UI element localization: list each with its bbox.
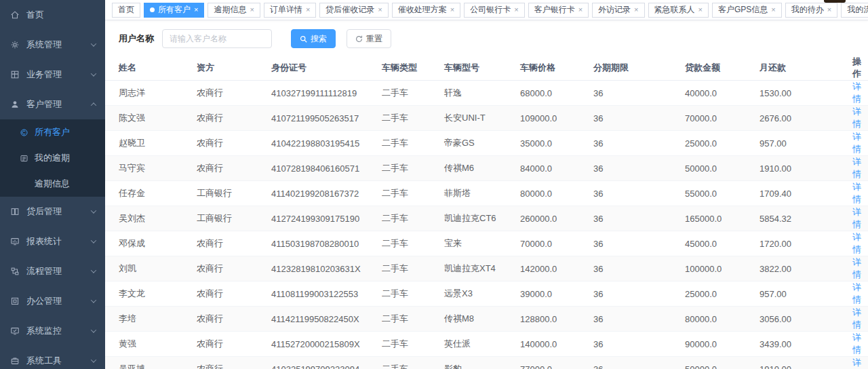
tab-8[interactable]: 外访记录 × [592,3,644,18]
tab-2[interactable]: 逾期信息 × [208,3,260,18]
detail-link[interactable]: 详情 [852,257,861,279]
close-icon[interactable]: × [578,6,583,14]
sidebar-item-label: 报表统计 [26,235,62,248]
detail-link[interactable]: 详情 [852,106,861,129]
tab-6[interactable]: 公司银行卡 × [464,3,524,18]
close-icon[interactable]: × [194,6,198,14]
tab-9[interactable]: 紧急联系人 × [648,3,709,18]
close-icon[interactable]: × [827,6,831,14]
cell: 5854.32 [760,206,844,231]
sidebar-item-6[interactable]: 流程管理 [0,256,105,286]
cell: 农商行 [197,131,271,156]
chevron-icon [91,41,96,46]
tab-7[interactable]: 客户银行卡 × [528,3,589,18]
sidebar-item-7[interactable]: 办公管理 [0,286,105,316]
detail-link[interactable]: 详情 [852,307,861,330]
cell: 邓保成 [105,231,197,256]
sidebar-item-4[interactable]: 贷后管理 [0,197,105,227]
cell: 165000.0 [685,206,760,231]
cell: 142000.0 [520,256,593,281]
close-icon[interactable]: × [634,6,638,14]
detail-link[interactable]: 详情 [852,332,861,355]
sidebar-item-8[interactable]: 系统监控 [0,316,105,346]
sidebar-subitem-1[interactable]: 我的逾期 [0,145,105,171]
cell: 35000.0 [520,131,593,156]
cell: 68000.0 [520,81,593,106]
chevron-icon [91,102,96,108]
cell: 50000.0 [685,357,760,369]
detail-link[interactable]: 详情 [852,282,861,305]
close-icon[interactable]: × [450,6,454,14]
cell: 70000.0 [685,106,760,131]
cell: 1910.00 [760,357,844,369]
reset-button[interactable]: 重置 [347,29,391,48]
sidebar-item-2[interactable]: 业务管理 [0,60,105,90]
detail-link[interactable]: 详情 [852,182,861,204]
tab-label: 逾期信息 [214,4,246,16]
search-icon [300,35,307,43]
cell: 41232819810203631X [271,256,382,281]
chevron-icon [91,267,96,273]
action-cell: 详情 [844,81,868,106]
cell: 李文龙 [105,281,197,307]
table-row: 黄强农商行41152720000215809X二手车英仕派140000.0369… [105,332,868,357]
cell: 411402199208167372 [271,181,382,206]
home-icon [9,9,20,20]
sidebar-subitem-2[interactable]: 逾期信息 [0,171,105,197]
action-cell: 详情 [844,181,868,206]
sidebar-item-9[interactable]: 系统工具 [0,346,105,369]
cell: 39000.0 [520,281,593,307]
tab-4[interactable]: 贷后催收记录 × [319,3,388,18]
cell: 农商行 [197,231,271,256]
search-button[interactable]: 搜索 [291,29,336,48]
tab-0[interactable]: 首页 [112,3,140,18]
close-icon[interactable]: × [698,6,703,14]
cell: 农商行 [197,156,271,181]
sidebar-item-label: 系统管理 [26,39,62,51]
cell: 410728198406160571 [271,156,382,181]
tab-1[interactable]: 所有客户 × [144,3,204,18]
close-icon[interactable]: × [514,6,518,14]
detail-link[interactable]: 详情 [852,207,861,229]
column-header-9: 操作 [844,56,868,81]
cell: 二手车 [382,256,444,281]
close-icon[interactable]: × [250,6,254,14]
cell: 工商银行 [197,181,271,206]
tab-10[interactable]: 客户GPS信息 × [712,3,782,18]
grid-icon [9,69,20,80]
table-row: 周志洋农商行410327199111112819二手车轩逸68000.03640… [105,81,868,106]
detail-link[interactable]: 详情 [852,81,861,104]
cell: 1720.00 [760,231,844,256]
cell: 412724199309175190 [271,206,382,231]
tab-3[interactable]: 订单详情 × [264,3,316,18]
tab-11[interactable]: 我的待办 × [785,3,837,18]
cell: 90000.0 [685,332,760,357]
detail-link[interactable]: 详情 [852,132,861,154]
tab-label: 我的待办 [791,4,824,16]
cell: 45000.0 [685,231,760,256]
close-icon[interactable]: × [378,6,382,14]
close-icon[interactable]: × [306,6,310,14]
sidebar-item-1[interactable]: 系统管理 [0,30,105,60]
cell: 二手车 [382,181,444,206]
detail-link[interactable]: 详情 [852,357,861,369]
sidebar-item-3[interactable]: 客户管理 [0,90,105,119]
cell: 50000.0 [685,156,760,181]
tab-5[interactable]: 催收处理方案 × [392,3,460,18]
column-header-2: 身份证号 [271,56,382,81]
sidebar-item-5[interactable]: 报表统计 [0,227,105,256]
cell: 3439.00 [760,332,844,357]
sidebar-item-0[interactable]: 首页 [0,0,105,30]
cell: 109000.0 [520,106,593,131]
sidebar-item-label: 办公管理 [26,295,62,307]
sidebar-item-label: 业务管理 [26,69,62,81]
close-icon[interactable]: × [771,6,775,14]
table-row: 李文龙农商行411081199003122553二手车远景X339000.036… [105,281,868,307]
tab-12[interactable]: 我的流程 × [841,3,868,18]
detail-link[interactable]: 详情 [852,157,861,179]
search-input[interactable] [162,29,272,48]
action-cell: 详情 [844,256,868,281]
detail-link[interactable]: 详情 [852,232,861,254]
action-cell: 详情 [844,206,868,231]
sidebar-subitem-0[interactable]: 所有客户 [0,119,105,145]
